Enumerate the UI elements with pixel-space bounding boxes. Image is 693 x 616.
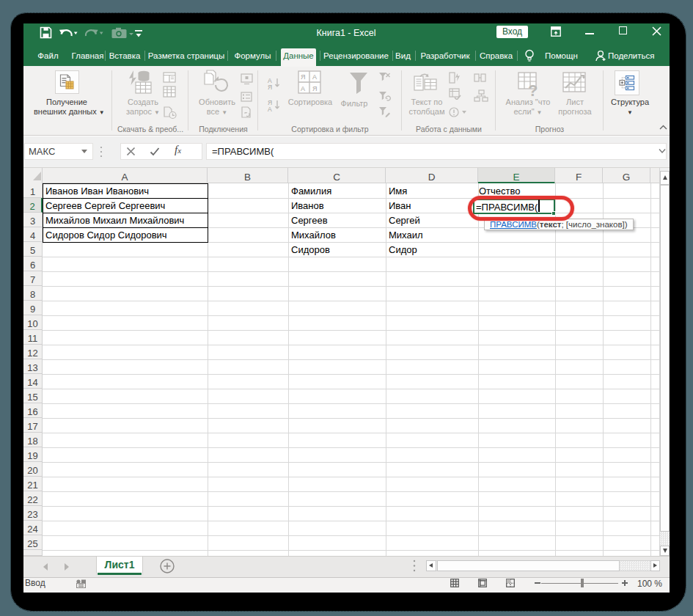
svg-text:Я: Я [312, 85, 318, 92]
svg-text:Я: Я [301, 73, 306, 81]
svg-text:Я: Я [268, 84, 272, 90]
svg-text:А: А [312, 73, 317, 81]
svg-text:А: А [301, 85, 305, 92]
svg-text:?: ? [528, 81, 538, 98]
svg-text:А: А [268, 106, 272, 112]
